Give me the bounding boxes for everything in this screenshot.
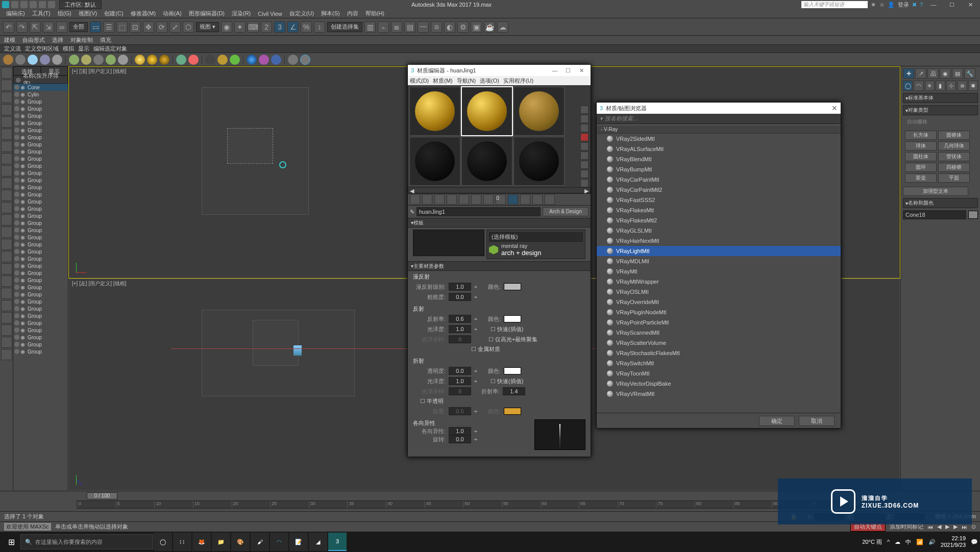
schematic-button[interactable]: ⧇ — [431, 21, 442, 33]
browser-entry-VRayScatterVolume[interactable]: VRayScatterVolume — [597, 338, 841, 348]
mat-id-button[interactable]: 0 — [496, 194, 506, 205]
light1-icon[interactable] — [135, 55, 145, 65]
left-tool-14[interactable] — [1, 239, 12, 250]
dynamics-icon[interactable] — [106, 55, 116, 65]
browser-entry-VRayCarPaintMtl2[interactable]: VRayCarPaintMtl2 — [597, 185, 841, 195]
menu-组(G)[interactable]: 组(G) — [55, 10, 75, 17]
gloss-samples-spinner[interactable]: 8 — [449, 335, 471, 343]
spinner-snap-button[interactable]: ↕ — [314, 21, 325, 33]
left-tool-16[interactable] — [1, 263, 12, 274]
video-check-icon[interactable] — [580, 142, 589, 150]
sys1-icon[interactable] — [288, 55, 298, 65]
fast-check[interactable]: ☐ 快速(插值) — [491, 325, 523, 333]
create-圆锥体[interactable]: 圆锥体 — [938, 131, 970, 140]
ime-icon[interactable]: 中 — [905, 538, 911, 546]
material-browser-window[interactable]: 3 材质/贴图浏览器 ✕ ▾ 按名称搜索… - V-RayVRay2SidedM… — [596, 102, 841, 429]
menu-脚本(S)[interactable]: 脚本(S) — [318, 10, 343, 17]
left-tool-21[interactable] — [1, 324, 12, 336]
left-tool-12[interactable] — [1, 214, 12, 225]
weather-widget[interactable]: 20°C 雨 — [862, 538, 882, 546]
layer-button[interactable]: ≣ — [391, 21, 402, 33]
cam1-icon[interactable] — [176, 55, 186, 65]
3dsmax-taskbar-icon[interactable]: 3 — [328, 533, 347, 551]
refr-gloss-spinner[interactable]: 1.0 — [449, 377, 471, 385]
browser-entry-VRayVRmatMtl[interactable]: VRayVRmatMtl — [597, 389, 841, 399]
matmenu-材质(M)[interactable]: 材质(M) — [433, 77, 453, 85]
keymode-icon[interactable]: ⊙ — [971, 523, 976, 530]
std-prim-icon[interactable] — [3, 55, 13, 65]
material-name-input[interactable] — [416, 207, 541, 216]
play-start-icon[interactable]: ⏮ — [927, 524, 933, 530]
scene-item-11[interactable]: ❄Group — [13, 162, 68, 169]
select-name-button[interactable]: ☰ — [103, 21, 114, 33]
rotate-spinner[interactable]: 0.0 — [449, 435, 471, 443]
scene-item-25[interactable]: ❄Group — [13, 262, 68, 269]
menu-视图(V)[interactable]: 视图(V) — [76, 10, 101, 17]
scene-item-19[interactable]: ❄Group — [13, 219, 68, 227]
cat-systems-icon[interactable]: ✱ — [968, 81, 978, 91]
scene-item-3[interactable]: ❄Group — [13, 105, 68, 112]
refcoord-dropdown[interactable]: 视图 ▾ — [196, 22, 219, 32]
helper3-icon[interactable] — [230, 55, 240, 65]
edge-icon[interactable]: ◠ — [270, 533, 288, 551]
assign-button[interactable] — [434, 194, 445, 205]
redo-icon[interactable] — [48, 1, 55, 8]
make-unique-button[interactable] — [471, 194, 481, 205]
browser-entry-VRayPointParticleMtl[interactable]: VRayPointParticleMtl — [597, 317, 841, 328]
metal-check[interactable]: ☐ 金属材质 — [471, 345, 500, 353]
scene-item-13[interactable]: ❄Group — [13, 177, 68, 184]
window-icon[interactable] — [93, 55, 104, 65]
browser-entry-VRayHairNextMtl[interactable]: VRayHairNextMtl — [597, 236, 841, 246]
save-icon[interactable] — [30, 1, 37, 8]
menu-渲染(R)[interactable]: 渲染(R) — [229, 10, 254, 17]
time-slider[interactable]: 0 / 100 — [87, 492, 117, 499]
select-by-mat-icon[interactable] — [580, 170, 589, 178]
workspace-selector[interactable]: 工作区: 默认 — [59, 1, 102, 9]
left-tool-11[interactable] — [1, 202, 12, 213]
material-editor-button[interactable]: ◐ — [444, 21, 455, 33]
cat-geometry-icon[interactable]: ◯ — [903, 81, 913, 91]
snap-3d-button[interactable]: 3 — [274, 21, 285, 33]
extratext-button[interactable]: 加强型文本 — [903, 187, 968, 196]
create-平面[interactable]: 平面 — [938, 173, 970, 183]
matmenu-模式(D)[interactable]: 模式(D) — [410, 77, 429, 85]
stairs-icon[interactable] — [118, 55, 128, 65]
scale-button[interactable]: ⤢ — [169, 21, 181, 33]
go-parent-button[interactable] — [532, 194, 543, 205]
maximize-button[interactable]: ☐ — [944, 1, 960, 8]
mat-slot-3[interactable] — [513, 87, 565, 136]
left-tool-20[interactable] — [1, 312, 12, 323]
autogrid-checkbox[interactable]: 自动栅格 — [903, 117, 978, 127]
subrow-2[interactable]: 模拟 — [63, 45, 74, 53]
close-button[interactable]: ✕ — [963, 1, 978, 8]
render-button[interactable]: ☕ — [484, 21, 495, 33]
subrow-3[interactable]: 显示 — [78, 45, 89, 53]
percent-snap-button[interactable]: % — [301, 21, 312, 33]
scene-item-27[interactable]: ❄Group — [13, 277, 68, 284]
browser-entry-VRayLightMtl[interactable]: VRayLightMtl — [597, 246, 841, 256]
select-window-button[interactable]: ⊡ — [130, 21, 141, 33]
scene-item-28[interactable]: ❄Group — [13, 284, 68, 291]
scene-item-7[interactable]: ❄Group — [13, 134, 68, 141]
options-icon[interactable] — [580, 161, 589, 169]
left-tool-7[interactable] — [1, 153, 12, 164]
go-forward-button[interactable] — [545, 194, 555, 205]
patch-icon[interactable] — [52, 55, 62, 65]
matedit-close-button[interactable]: ✕ — [575, 67, 587, 74]
trans-spinner[interactable]: 0.0 — [449, 367, 471, 375]
left-tool-6[interactable] — [1, 141, 12, 152]
menu-内容[interactable]: 内容 — [344, 10, 361, 17]
space2-icon[interactable] — [259, 55, 269, 65]
matmenu-实用程序(U)[interactable]: 实用程序(U) — [503, 77, 533, 85]
scene-item-0[interactable]: ❄Cone — [13, 84, 68, 91]
unlink-button[interactable]: ⇲ — [43, 21, 54, 33]
app8-icon[interactable]: 📝 — [289, 533, 308, 551]
left-tool-15[interactable] — [1, 251, 12, 262]
cat-shapes-icon[interactable]: ◠ — [914, 81, 923, 91]
matedit-min-button[interactable]: — — [549, 67, 561, 74]
background-icon[interactable] — [580, 124, 589, 132]
left-tool-13[interactable] — [1, 227, 12, 238]
roughness-spinner[interactable]: 0.0 — [449, 293, 471, 301]
scene-item-21[interactable]: ❄Group — [13, 234, 68, 241]
render-preset-button[interactable]: ☁ — [497, 21, 508, 33]
